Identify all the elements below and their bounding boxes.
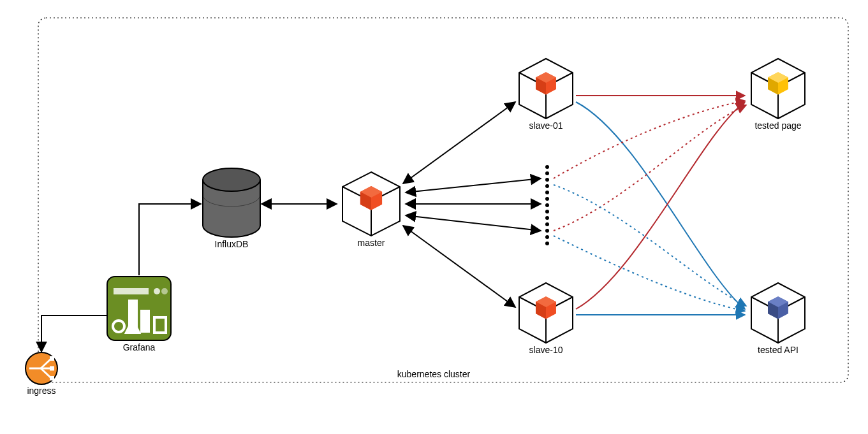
svg-rect-5: [50, 356, 54, 361]
svg-rect-9: [114, 288, 149, 294]
influxdb-icon: [203, 168, 260, 237]
edge-ellipsis-testedapi-1: [554, 185, 746, 306]
master-label: master: [358, 238, 385, 248]
diagram-canvas: kubernetes cluster: [0, 0, 868, 434]
svg-rect-7: [50, 376, 54, 380]
testedapi-icon: [751, 283, 805, 343]
ingress-icon: [26, 352, 57, 384]
slave01-icon: [519, 59, 573, 119]
svg-point-27: [545, 229, 549, 233]
edge-master-ellipsis-3: [406, 215, 541, 231]
edge-ellipsis-testedpage-2: [554, 105, 746, 231]
edge-ellipsis-testedapi-2: [554, 236, 745, 311]
edge-master-slave10: [403, 226, 515, 307]
svg-point-23: [545, 203, 549, 207]
grafana-label: Grafana: [123, 342, 156, 352]
svg-point-16: [203, 168, 260, 191]
svg-point-19: [545, 178, 549, 182]
svg-rect-6: [50, 366, 54, 371]
edge-grafana-ingress: [41, 315, 108, 352]
svg-point-21: [545, 191, 549, 194]
influxdb-label: InfluxDB: [215, 239, 249, 249]
svg-point-17: [545, 165, 549, 169]
svg-point-20: [545, 184, 549, 188]
edge-grafana-influxdb: [139, 204, 201, 275]
svg-point-25: [545, 216, 549, 220]
ingress-label: ingress: [27, 386, 55, 396]
cluster-label: kubernetes cluster: [397, 369, 471, 379]
edge-ellipsis-testedpage-1: [554, 101, 745, 178]
ellipsis-icon: [545, 165, 549, 245]
edge-master-slave01: [403, 102, 515, 184]
edge-master-ellipsis-1: [406, 178, 541, 192]
testedpage-label: tested page: [754, 120, 801, 131]
svg-point-26: [545, 222, 549, 226]
slave10-icon: [519, 283, 573, 343]
svg-point-24: [545, 210, 549, 213]
grafana-icon: [107, 277, 171, 340]
svg-point-18: [545, 171, 549, 175]
slave01-label: slave-01: [529, 120, 563, 131]
master-icon: [342, 172, 400, 236]
edge-slave01-testedapi: [576, 102, 745, 309]
slave10-label: slave-10: [529, 345, 563, 355]
svg-rect-13: [140, 310, 150, 333]
testedapi-label: tested API: [758, 345, 798, 355]
svg-point-28: [545, 235, 549, 239]
svg-point-11: [161, 288, 168, 294]
svg-point-29: [545, 242, 549, 245]
svg-point-22: [545, 197, 549, 201]
testedpage-icon: [751, 59, 805, 119]
svg-point-10: [154, 288, 160, 294]
edge-slave10-testedpage: [576, 102, 745, 309]
